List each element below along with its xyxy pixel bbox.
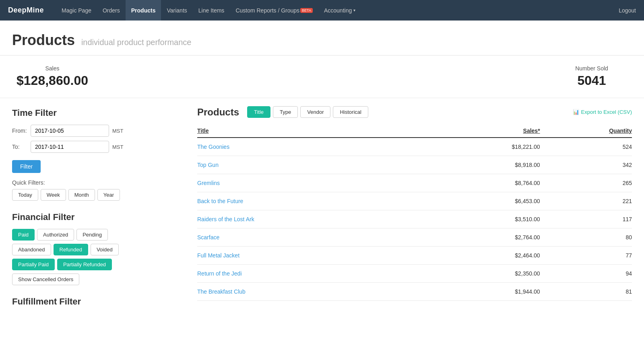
quick-today[interactable]: Today bbox=[12, 189, 38, 201]
product-sales: $3,510.00 bbox=[427, 210, 540, 228]
from-input[interactable] bbox=[31, 125, 109, 137]
financial-authorized[interactable]: Authorized bbox=[37, 229, 74, 241]
table-row: Raiders of the Lost Ark $3,510.00 117 bbox=[197, 210, 632, 228]
product-link[interactable]: The Goonies bbox=[197, 144, 229, 150]
to-input[interactable] bbox=[31, 141, 109, 153]
nav-products[interactable]: Products bbox=[126, 0, 161, 21]
quick-week[interactable]: Week bbox=[41, 189, 66, 201]
product-link[interactable]: Back to the Future bbox=[197, 198, 243, 204]
financial-show-cancelled[interactable]: Show Cancelled Orders bbox=[12, 274, 79, 285]
product-quantity: 265 bbox=[540, 174, 632, 192]
financial-abandoned[interactable]: Abandoned bbox=[12, 244, 51, 255]
product-link[interactable]: Full Metal Jacket bbox=[197, 252, 239, 259]
financial-partially-refunded[interactable]: Partially Refunded bbox=[57, 259, 112, 270]
quick-filters-label: Quick Filters: bbox=[12, 179, 173, 186]
table-row: Full Metal Jacket $2,464.00 77 bbox=[197, 247, 632, 265]
quick-filter-buttons: Today Week Month Year bbox=[12, 189, 173, 201]
stats-bar: Sales $128,860.00 Number Sold 5041 bbox=[0, 56, 644, 98]
number-sold-label: Number Sold bbox=[551, 65, 632, 72]
financial-filter-row4: Show Cancelled Orders bbox=[12, 274, 173, 285]
time-filter-section: Time Filter From: MST To: MST Filter Qui… bbox=[12, 108, 173, 201]
table-row: Scarface $2,764.00 80 bbox=[197, 228, 632, 247]
nav-variants[interactable]: Variants bbox=[161, 0, 192, 21]
product-quantity: 117 bbox=[540, 210, 632, 228]
nav-line-items[interactable]: Line Items bbox=[193, 0, 230, 21]
filter-button[interactable]: Filter bbox=[12, 160, 41, 173]
table-row: The Breakfast Club $1,944.00 81 bbox=[197, 283, 632, 301]
product-sales: $2,350.00 bbox=[427, 265, 540, 283]
financial-voided[interactable]: Voided bbox=[91, 244, 119, 255]
product-sales: $2,464.00 bbox=[427, 247, 540, 265]
quick-month[interactable]: Month bbox=[68, 189, 95, 201]
brand-logo: DeepMine bbox=[8, 6, 44, 14]
content-area: Products Title Type Vendor Historical 📊 … bbox=[185, 98, 644, 328]
quick-year[interactable]: Year bbox=[97, 189, 120, 201]
navigation: DeepMine Magic Page Orders Products Vari… bbox=[0, 0, 644, 21]
product-link[interactable]: The Breakfast Club bbox=[197, 288, 246, 295]
financial-filter-title: Financial Filter bbox=[12, 212, 173, 222]
view-type[interactable]: Type bbox=[273, 106, 298, 118]
col-quantity: Quantity bbox=[540, 124, 632, 138]
nav-accounting[interactable]: Accounting ▾ bbox=[318, 0, 361, 21]
table-row: Back to the Future $6,453.00 221 bbox=[197, 192, 632, 210]
product-sales: $1,944.00 bbox=[427, 283, 540, 301]
from-tz: MST bbox=[112, 128, 123, 134]
product-quantity: 77 bbox=[540, 247, 632, 265]
product-sales: $6,453.00 bbox=[427, 192, 540, 210]
product-link[interactable]: Return of the Jedi bbox=[197, 270, 242, 277]
product-quantity: 524 bbox=[540, 138, 632, 156]
sidebar: Time Filter From: MST To: MST Filter Qui… bbox=[0, 98, 185, 328]
table-row: The Goonies $18,221.00 524 bbox=[197, 138, 632, 156]
sales-label: Sales bbox=[12, 65, 93, 72]
products-section-title: Products bbox=[197, 107, 239, 118]
financial-partially-paid[interactable]: Partially Paid bbox=[12, 259, 55, 270]
product-sales: $18,221.00 bbox=[427, 138, 540, 156]
financial-refunded[interactable]: Refunded bbox=[54, 244, 88, 255]
view-buttons: Title Type Vendor Historical bbox=[247, 106, 368, 118]
excel-icon: 📊 bbox=[573, 109, 579, 115]
to-label: To: bbox=[12, 144, 31, 150]
product-quantity: 221 bbox=[540, 192, 632, 210]
nav-links: Magic Page Orders Products Variants Line… bbox=[56, 0, 619, 21]
products-header: Products Title Type Vendor Historical 📊 … bbox=[197, 106, 632, 118]
product-quantity: 94 bbox=[540, 265, 632, 283]
export-button[interactable]: 📊 Export to Excel (CSV) bbox=[573, 109, 632, 115]
products-table: Title Sales* Quantity The Goonies $18,22… bbox=[197, 124, 632, 301]
page-header: Products individual product performance bbox=[0, 21, 644, 56]
sales-stat: Sales $128,860.00 bbox=[12, 65, 93, 88]
fulfillment-filter-section: Fulfillment Filter bbox=[12, 296, 173, 307]
product-quantity: 81 bbox=[540, 283, 632, 301]
financial-paid[interactable]: Paid bbox=[12, 229, 35, 241]
number-sold-value: 5041 bbox=[551, 73, 632, 88]
logout-button[interactable]: Logout bbox=[619, 7, 636, 14]
product-link[interactable]: Gremlins bbox=[197, 180, 220, 186]
to-tz: MST bbox=[112, 144, 123, 150]
from-label: From: bbox=[12, 128, 31, 134]
financial-filter-row2: Abandoned Refunded Voided bbox=[12, 244, 173, 255]
nav-custom-reports[interactable]: Custom Reports / GroupsBETA bbox=[230, 0, 318, 21]
view-historical[interactable]: Historical bbox=[333, 106, 368, 118]
col-title: Title bbox=[197, 124, 427, 138]
product-sales: $8,918.00 bbox=[427, 156, 540, 174]
view-vendor[interactable]: Vendor bbox=[300, 106, 330, 118]
col-sales: Sales* bbox=[427, 124, 540, 138]
number-sold-stat: Number Sold 5041 bbox=[551, 65, 632, 88]
to-row: To: MST bbox=[12, 141, 173, 153]
page-title: Products bbox=[12, 32, 75, 48]
view-title[interactable]: Title bbox=[247, 106, 270, 118]
time-filter-title: Time Filter bbox=[12, 108, 173, 118]
table-row: Return of the Jedi $2,350.00 94 bbox=[197, 265, 632, 283]
table-row: Gremlins $8,764.00 265 bbox=[197, 174, 632, 192]
nav-magic-page[interactable]: Magic Page bbox=[56, 0, 97, 21]
financial-pending[interactable]: Pending bbox=[76, 229, 108, 241]
product-quantity: 80 bbox=[540, 228, 632, 247]
table-header-row: Title Sales* Quantity bbox=[197, 124, 632, 138]
product-link[interactable]: Raiders of the Lost Ark bbox=[197, 216, 254, 222]
main-layout: Time Filter From: MST To: MST Filter Qui… bbox=[0, 98, 644, 328]
product-link[interactable]: Top Gun bbox=[197, 162, 219, 168]
financial-filter-row1: Paid Authorized Pending bbox=[12, 229, 173, 241]
product-link[interactable]: Scarface bbox=[197, 234, 219, 241]
financial-filter-section: Financial Filter Paid Authorized Pending… bbox=[12, 212, 173, 285]
table-row: Top Gun $8,918.00 342 bbox=[197, 156, 632, 174]
nav-orders[interactable]: Orders bbox=[97, 0, 126, 21]
